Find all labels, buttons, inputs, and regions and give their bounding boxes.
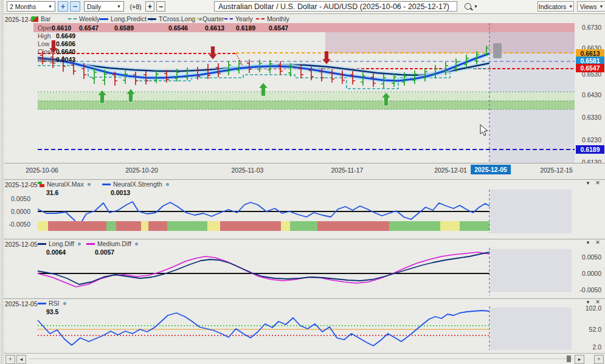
legend-item-medium-diff[interactable]: Medium.Diff — [86, 240, 138, 247]
neuralx-chart-svg — [0, 179, 605, 238]
legend-label: TCross.Long — [159, 15, 195, 22]
panel-close-button[interactable]: ✕ — [594, 239, 601, 246]
period-zoom-in-button[interactable]: + — [58, 1, 68, 12]
panel-close-button[interactable]: ✕ — [594, 180, 601, 186]
price-x-axis[interactable]: 2025-10-062025-10-202025-11-032025-11-17… — [4, 163, 605, 179]
selected-date-label[interactable]: 2025-12-05 — [471, 165, 511, 174]
indicator-value: 0.0064 — [46, 249, 66, 256]
plus-icon: + — [9, 356, 12, 362]
legend-item-long-predict[interactable]: Long.Predict — [100, 15, 153, 22]
legend-label: Medium.Diff — [97, 240, 131, 247]
scrollbar-thumb[interactable] — [567, 355, 571, 362]
period-zoom-out-button[interactable]: − — [70, 1, 80, 12]
legend-label: Quarter — [202, 15, 224, 22]
period-value: 2 Months — [10, 3, 36, 10]
legend-dot — [78, 242, 81, 246]
y-axis-tick: 0.0050 — [573, 253, 601, 261]
neuralx-max-strip — [116, 221, 141, 231]
scrollbar-track[interactable] — [29, 359, 573, 359]
y-axis-tick: -0.0050 — [573, 286, 601, 294]
legend-item-weekly[interactable]: Weekly — [68, 15, 100, 22]
period-select[interactable]: 2 Months ▼ — [7, 1, 55, 12]
scroll-right-button[interactable]: ▸ — [575, 355, 584, 364]
remove-bar-button[interactable]: − — [156, 1, 165, 12]
x-axis-label: 2025-10-20 — [125, 167, 158, 174]
future-zone — [491, 307, 572, 350]
chevron-down-icon: ▼ — [48, 4, 52, 9]
indicator-value: 31.6 — [46, 189, 58, 196]
panel-collapse-button[interactable]: ▾ — [584, 180, 592, 186]
legend-label: Yearly — [235, 15, 253, 22]
indicators-menu-button[interactable]: Indicators ▼ — [538, 1, 574, 12]
x-axis-label: 2025-10-06 — [26, 167, 58, 174]
legend-item-neuralx-max[interactable]: NeuralX.Max — [38, 180, 91, 188]
series-value: Open — [38, 24, 54, 32]
price-badge: 0.6547 — [576, 64, 604, 72]
legend-item-yearly[interactable]: Yearly — [224, 15, 253, 22]
neuralx-max-strip — [440, 221, 460, 231]
panel-collapse-button[interactable]: ▾ — [584, 239, 592, 246]
legend-item-bar[interactable]: Bar — [32, 15, 50, 22]
neuralx-max-strip — [290, 221, 317, 231]
ohlc-value: 0.0043 — [56, 56, 75, 63]
legend-item-neuralx-strength[interactable]: NeuralX.Strength — [102, 180, 169, 188]
legend-dot — [63, 302, 66, 305]
legend-item-monthly[interactable]: Monthly — [256, 15, 289, 22]
series-value: 0.6610 — [52, 24, 71, 32]
views-menu-button[interactable]: Views ▼ — [577, 1, 605, 12]
plus-icon: + — [597, 356, 600, 362]
legend-label: Long.Diff — [49, 240, 74, 247]
dash-legend-icon — [256, 18, 264, 19]
scroll-add-button[interactable]: + — [5, 355, 15, 364]
interval-value: Daily — [87, 3, 101, 10]
horizontal-scrollbar[interactable]: + ◂ ▸ + — [4, 353, 605, 364]
neuralx-max-strip — [207, 221, 220, 231]
x-axis-label: 2025-12-15 — [540, 167, 573, 174]
interval-select[interactable]: Daily ▼ — [84, 1, 124, 12]
legend-item-long-diff[interactable]: Long.Diff — [38, 240, 81, 247]
y-axis-tick: 0.0050 — [2, 195, 30, 202]
series-value: 0.6547 — [79, 24, 99, 32]
ohlc-label: Range — [38, 56, 57, 63]
minus-icon: − — [73, 2, 78, 11]
legend-label: Bar — [41, 15, 50, 22]
neuralx-max-strip — [167, 221, 207, 231]
legend-label: Long.Predict — [111, 15, 147, 22]
arrow-left-icon: ◂ — [20, 356, 23, 362]
price-chart-svg — [0, 13, 605, 178]
search-button[interactable]: ▼ — [462, 1, 480, 12]
neuralx-max-strip — [460, 221, 489, 231]
neuralx-max-strip — [48, 221, 106, 231]
panel-close-button[interactable]: ✕ — [594, 299, 601, 305]
bar-offset-label: (+8) — [127, 1, 144, 12]
legend-item-quarter[interactable]: Quarter — [192, 15, 224, 22]
drag-handle — [493, 43, 502, 58]
scroll-remove-button[interactable]: + — [594, 355, 604, 364]
medium-diff-line — [38, 252, 489, 287]
line-legend-icon — [100, 18, 108, 20]
x-axis-label: 2025-11-17 — [331, 167, 364, 174]
x-axis-label: 2025-12-01 — [434, 167, 467, 174]
chevron-down-icon: ▼ — [117, 4, 121, 9]
scroll-left-button[interactable]: ◂ — [16, 355, 26, 364]
add-bar-button[interactable]: + — [145, 1, 154, 12]
chevron-down-icon: ▼ — [474, 4, 478, 9]
rsi-chart-svg — [0, 298, 605, 352]
panel-date: 2025-12-05 — [5, 300, 38, 307]
future-zone — [491, 190, 572, 233]
legend-label: Weekly — [79, 15, 100, 22]
indicator-value: 0.0013 — [111, 189, 130, 196]
symbol-title-box[interactable]: Australian Dollar / U.S. Dollar - AUD/US… — [214, 1, 457, 12]
future-zone — [491, 249, 572, 292]
y-axis-tick: 0.0000 — [2, 208, 30, 215]
ohlc-value: 0.6640 — [56, 48, 75, 55]
legend-label: RSI — [49, 300, 60, 307]
panel-collapse-button[interactable]: ▾ — [584, 299, 592, 305]
neuralx-max-strip — [281, 221, 290, 231]
y-axis-tick: 0.0000 — [573, 270, 601, 277]
search-icon — [465, 3, 471, 10]
chevron-down-icon: ▼ — [599, 4, 603, 9]
dash-legend-icon — [68, 18, 77, 19]
plus-icon: + — [61, 2, 66, 11]
legend-item-rsi[interactable]: RSI — [38, 300, 66, 307]
